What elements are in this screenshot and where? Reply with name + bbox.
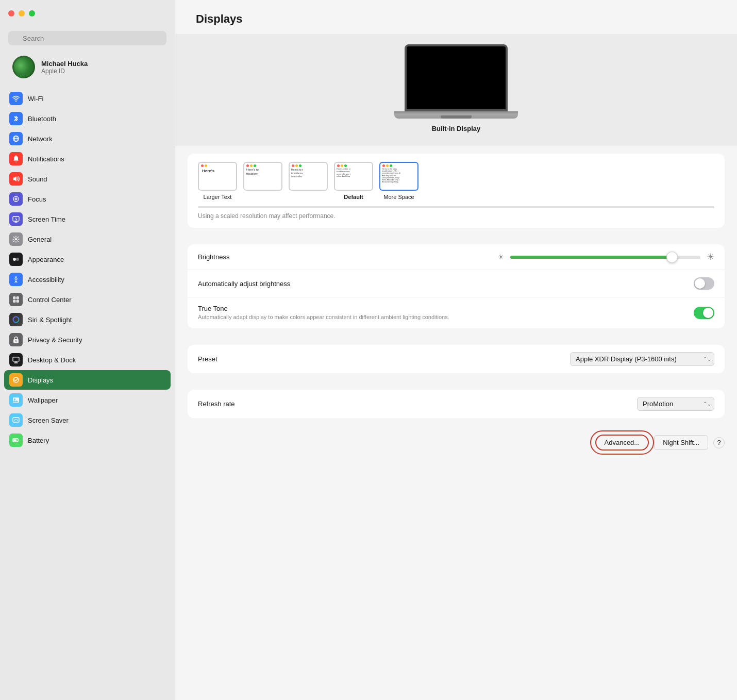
sidebar-item-screensaver[interactable]: Screen Saver xyxy=(4,410,171,430)
sidebar-item-controlcenter[interactable]: Control Center xyxy=(4,290,171,309)
auto-brightness-toggle[interactable] xyxy=(694,277,714,290)
svg-point-17 xyxy=(13,317,19,323)
sidebar-item-label: Focus xyxy=(28,195,46,203)
res-content: Here's to the crtroublemakers.ones who s… xyxy=(335,168,372,178)
dot-yellow xyxy=(386,164,389,167)
battery-icon xyxy=(9,434,23,447)
sidebar: ⌕ Michael Hucka Apple ID Wi-Fi xyxy=(0,0,175,700)
macbook-body xyxy=(394,111,518,119)
sidebar-item-label: Appearance xyxy=(28,256,64,263)
brightness-thumb xyxy=(666,252,678,263)
res-label-default: Default xyxy=(344,194,363,200)
wallpaper-icon xyxy=(9,393,23,407)
resolution-option-more-space[interactable]: Here's to the crazytroublemakers. The ro… xyxy=(379,162,418,200)
dot-yellow xyxy=(295,164,298,167)
svg-rect-20 xyxy=(13,357,19,361)
sidebar-item-appearance[interactable]: Appearance xyxy=(4,249,171,269)
sidebar-item-label: Displays xyxy=(28,376,53,384)
bottom-row: Advanced... Night Shift... ? xyxy=(175,426,737,459)
sidebar-nav: Wi-Fi Bluetooth Network xyxy=(0,89,175,451)
resolution-slider-track[interactable] xyxy=(198,206,714,208)
privacy-icon xyxy=(9,333,23,346)
sidebar-item-displays[interactable]: Displays xyxy=(4,370,171,390)
search-input[interactable] xyxy=(8,31,166,45)
night-shift-button[interactable]: Night Shift... xyxy=(654,435,708,450)
refresh-rate-select[interactable]: ProMotion 60 Hz 120 Hz xyxy=(637,397,714,411)
accessibility-icon xyxy=(9,273,23,286)
sidebar-item-desktop[interactable]: Desktop & Dock xyxy=(4,350,171,370)
sidebar-item-label: Privacy & Security xyxy=(28,336,82,344)
res-content: Here's to the crazytroublemakers. The ro… xyxy=(380,168,417,184)
sidebar-item-notifications[interactable]: Notifications xyxy=(4,149,171,169)
sidebar-item-wifi[interactable]: Wi-Fi xyxy=(4,89,171,108)
focus-icon xyxy=(9,192,23,206)
sidebar-item-accessibility[interactable]: Accessibility xyxy=(4,270,171,289)
refresh-rate-card: Refresh rate ProMotion 60 Hz 120 Hz xyxy=(188,390,725,418)
maximize-button[interactable] xyxy=(29,10,35,16)
true-tone-sublabel: Automatically adapt display to make colo… xyxy=(198,313,449,321)
svg-rect-28 xyxy=(13,439,16,441)
dot-yellow xyxy=(205,164,207,167)
sidebar-item-focus[interactable]: Focus xyxy=(4,189,171,209)
refresh-rate-row: Refresh rate ProMotion 60 Hz 120 Hz xyxy=(188,390,725,418)
svg-point-12 xyxy=(15,276,17,278)
brightness-label: Brightness xyxy=(198,253,229,261)
resolution-preview-default: Here's to the crtroublemakers.ones who s… xyxy=(334,162,373,191)
preset-select[interactable]: Apple XDR Display (P3-1600 nits) sRGB IE… xyxy=(570,352,714,366)
macbook-screen xyxy=(405,44,508,111)
sidebar-item-general[interactable]: General xyxy=(4,229,171,249)
displays-icon xyxy=(9,373,23,387)
toggle-knob xyxy=(703,308,713,318)
res-content: Here's totroublem xyxy=(244,168,281,177)
titlebar xyxy=(0,0,175,27)
sidebar-item-battery[interactable]: Battery xyxy=(4,430,171,450)
user-profile[interactable]: Michael Hucka Apple ID xyxy=(4,52,171,85)
brightness-slider[interactable] xyxy=(510,252,700,262)
sidebar-item-label: General xyxy=(28,236,52,243)
user-info: Michael Hucka Apple ID xyxy=(41,60,88,75)
close-button[interactable] xyxy=(8,10,14,16)
performance-note: Using a scaled resolution may affect per… xyxy=(198,212,714,220)
sidebar-item-bluetooth[interactable]: Bluetooth xyxy=(4,109,171,128)
res-dots xyxy=(199,163,236,168)
resolution-option-2[interactable]: Here's totroublem xyxy=(243,162,282,194)
svg-rect-13 xyxy=(13,296,16,299)
sidebar-item-network[interactable]: Network xyxy=(4,129,171,148)
advanced-button-wrapper: Advanced... xyxy=(595,435,649,451)
avatar xyxy=(12,56,35,78)
sidebar-item-label: Bluetooth xyxy=(28,115,56,123)
preset-select-wrapper: Apple XDR Display (P3-1600 nits) sRGB IE… xyxy=(570,352,714,366)
dot-red xyxy=(382,164,385,167)
sidebar-item-sound[interactable]: Sound xyxy=(4,169,171,189)
refresh-rate-select-wrapper: ProMotion 60 Hz 120 Hz xyxy=(637,397,714,411)
bluetooth-icon xyxy=(9,112,23,125)
resolution-preview-more-space: Here's to the crazytroublemakers. The ro… xyxy=(379,162,418,191)
sidebar-item-label: Network xyxy=(28,135,53,143)
resolution-option-larger-text[interactable]: Here's Larger Text xyxy=(198,162,237,200)
display-preview-section: Built-in Display xyxy=(175,34,737,145)
res-dots xyxy=(335,163,372,168)
sidebar-item-privacy[interactable]: Privacy & Security xyxy=(4,330,171,349)
sidebar-item-label: Sound xyxy=(28,175,47,183)
resolution-option-default[interactable]: Here's to the crtroublemakers.ones who s… xyxy=(334,162,373,200)
help-button[interactable]: ? xyxy=(713,437,725,448)
sidebar-item-siri[interactable]: Siri & Spotlight xyxy=(4,310,171,329)
macbook-container xyxy=(394,44,518,119)
sound-icon xyxy=(9,172,23,186)
advanced-button[interactable]: Advanced... xyxy=(595,435,649,451)
resolution-preview-3: Here's to ttroublemaones who xyxy=(289,162,328,191)
svg-point-11 xyxy=(16,258,19,261)
resolution-slider-container xyxy=(198,206,714,208)
sidebar-item-label: Screen Time xyxy=(28,215,65,223)
sidebar-item-label: Control Center xyxy=(28,296,72,304)
true-tone-label: True Tone xyxy=(198,305,449,312)
screentime-icon xyxy=(9,212,23,226)
true-tone-toggle[interactable] xyxy=(694,307,714,319)
sidebar-item-screentime[interactable]: Screen Time xyxy=(4,209,171,229)
minimize-button[interactable] xyxy=(19,10,25,16)
screensaver-icon xyxy=(9,413,23,427)
sidebar-item-wallpaper[interactable]: Wallpaper xyxy=(4,390,171,410)
svg-point-25 xyxy=(14,398,15,400)
notifications-icon xyxy=(9,152,23,165)
resolution-option-3[interactable]: Here's to ttroublemaones who xyxy=(289,162,328,194)
